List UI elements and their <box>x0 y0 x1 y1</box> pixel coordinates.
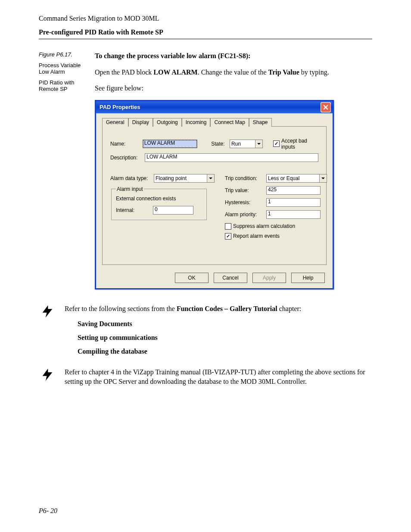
help-button[interactable]: Help <box>291 273 325 283</box>
checkbox-icon <box>225 223 231 230</box>
chevron-down-icon[interactable] <box>255 140 262 148</box>
doc-header: Command Series Migration to MOD 30ML <box>39 15 372 22</box>
state-select[interactable]: Run <box>230 140 263 148</box>
alarm-data-type-label: Alarm data type: <box>110 175 151 181</box>
alarm-priority-label: Alarm priority: <box>225 212 264 218</box>
apply-button[interactable]: Apply <box>252 273 286 283</box>
note1-text: Refer to the following sections from the… <box>65 304 372 314</box>
lightning-icon <box>39 304 56 319</box>
figure-number: Figure P6.17. <box>39 51 90 58</box>
internal-label: Internal: <box>116 207 150 213</box>
tab-general[interactable]: General <box>102 118 128 127</box>
trip-condition-select[interactable]: Less or Equal <box>266 174 327 183</box>
note1-list: Saving Documents Setting up communicatio… <box>78 320 372 355</box>
note2-text: Refer to chapter 4 in the ViZapp Trainin… <box>65 367 372 386</box>
dialog-button-row: OK Cancel Apply Help <box>96 269 333 288</box>
hysteresis-label: Hysteresis: <box>225 199 264 205</box>
tab-incoming[interactable]: Incoming <box>182 118 211 127</box>
description-label: Description: <box>110 155 142 161</box>
section-title: Pre-configured PID Ratio with Remote SP <box>39 28 372 36</box>
tab-shape[interactable]: Shape <box>249 118 272 127</box>
divider <box>39 39 372 39</box>
instruction-text: Open the PAD block LOW ALARM. Change the… <box>95 68 372 77</box>
alarm-data-type-select[interactable]: Floating point <box>154 174 215 183</box>
tab-outgoing[interactable]: Outgoing <box>153 118 182 127</box>
chevron-down-icon[interactable] <box>207 174 214 182</box>
figure-caption-block: Figure P6.17. Process Variable Low Alarm… <box>39 51 90 96</box>
trip-value-label: Trip value: <box>225 187 264 193</box>
alarm-input-legend: Alarm input <box>116 186 144 192</box>
note1-item: Compiling the database <box>78 348 372 355</box>
instruction-heading: To change the process variable low alarm… <box>95 51 372 61</box>
close-icon[interactable] <box>321 102 331 112</box>
tab-strip: General Display Outgoing Incoming Connec… <box>96 113 333 126</box>
dialog-titlebar[interactable]: PAD Properties <box>96 101 333 113</box>
name-input[interactable]: LOW ALARM <box>143 140 197 148</box>
note1-item: Setting up communications <box>78 334 372 342</box>
tab-panel-general: Name: LOW ALARM State: Run Accept bad in… <box>102 126 327 265</box>
report-alarm-checkbox[interactable]: Report alarm events <box>225 233 280 240</box>
dialog-title: PAD Properties <box>100 104 140 110</box>
figure-caption-1: Process Variable Low Alarm <box>39 62 90 75</box>
name-label: Name: <box>110 141 140 147</box>
suppress-alarm-checkbox[interactable]: Suppress alarm calculation <box>225 223 295 230</box>
trip-condition-label: Trip condition: <box>225 175 264 181</box>
figure-caption-2: PID Ratio with Remote SP <box>39 79 90 92</box>
alarm-priority-input[interactable]: 1 <box>266 210 321 219</box>
pad-properties-dialog: PAD Properties General Display Outgoing … <box>95 100 334 289</box>
checkbox-icon <box>225 233 231 240</box>
tab-connect-map[interactable]: Connect Map <box>210 118 249 127</box>
alarm-input-group: Alarm input External connection exists I… <box>111 186 207 220</box>
external-connection-text: External connection exists <box>116 196 202 202</box>
see-figure-text: See figure below: <box>95 84 372 93</box>
chevron-down-icon[interactable] <box>319 174 327 182</box>
lightning-icon <box>39 367 56 382</box>
hysteresis-input[interactable]: 1 <box>266 198 321 207</box>
accept-bad-inputs-checkbox[interactable]: Accept bad inputs <box>273 138 318 150</box>
description-input[interactable]: LOW ALARM <box>145 153 318 162</box>
checkbox-icon <box>273 140 280 147</box>
internal-input[interactable]: 0 <box>153 206 193 215</box>
state-label: State: <box>211 141 227 147</box>
tab-display[interactable]: Display <box>128 118 153 127</box>
trip-value-input[interactable]: 425 <box>266 186 321 195</box>
note1-item: Saving Documents <box>78 320 372 328</box>
ok-button[interactable]: OK <box>175 273 209 283</box>
cancel-button[interactable]: Cancel <box>214 273 247 283</box>
